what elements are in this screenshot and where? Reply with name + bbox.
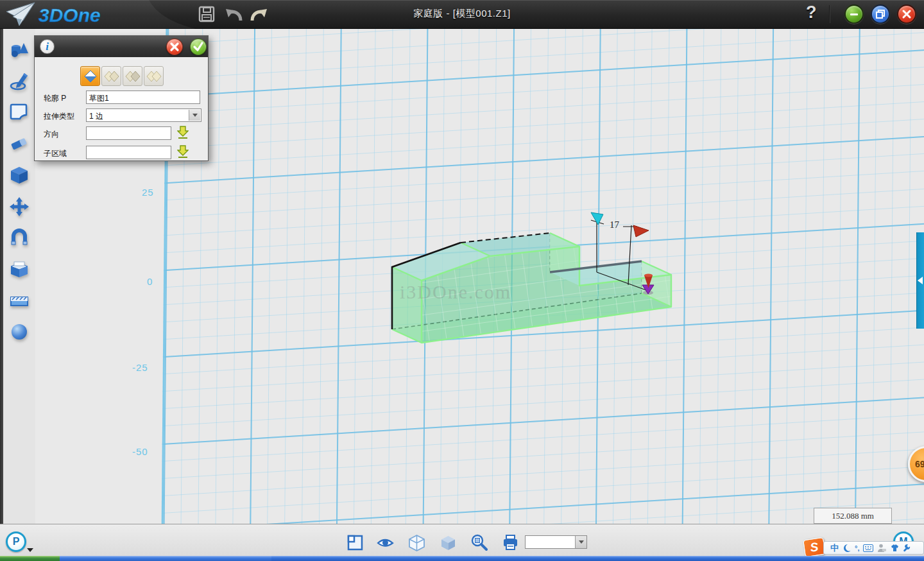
window-title: 家庭版 - [模型001.Z1] xyxy=(413,8,510,20)
taskbar-edge-strip xyxy=(0,556,924,561)
subregion-pick-button[interactable] xyxy=(177,144,189,159)
restore-icon xyxy=(875,9,886,19)
measurement-value: 152.088 mm xyxy=(832,511,874,521)
extrude-mode-tab-2[interactable] xyxy=(101,66,121,86)
cancel-x-icon xyxy=(169,42,180,52)
extrude-type-label: 拉伸类型 xyxy=(44,111,74,122)
tshirt-icon xyxy=(890,544,900,552)
person-icon xyxy=(877,544,886,552)
dimension-flag-red[interactable] xyxy=(633,225,649,237)
notification-count: 69 xyxy=(915,459,924,469)
ime-account-button[interactable] xyxy=(877,544,886,552)
plane-mode-letter: P xyxy=(13,536,20,547)
view-select[interactable] xyxy=(525,535,587,549)
ime-fullwidth-toggle[interactable] xyxy=(843,544,851,552)
extrude-mode-tab-3[interactable] xyxy=(123,66,142,86)
minimize-icon xyxy=(849,9,859,19)
chevron-down-icon xyxy=(193,114,198,117)
shaded-display-button[interactable] xyxy=(440,534,457,551)
profile-value: 草图1 xyxy=(89,94,109,103)
ime-settings-button[interactable] xyxy=(903,544,912,552)
taskbar-start-segment xyxy=(0,556,60,561)
profile-input[interactable]: 草图1 xyxy=(86,91,200,104)
status-bar: P M S xyxy=(0,524,924,556)
plane-mode-badge[interactable]: P xyxy=(6,531,26,552)
sidebar-edge xyxy=(0,29,3,524)
diamond-icon xyxy=(83,69,98,83)
move-tool[interactable] xyxy=(9,196,30,217)
close-button[interactable] xyxy=(897,4,916,24)
section-tool[interactable] xyxy=(9,291,30,311)
extrude-type-value: 1 边 xyxy=(89,112,103,121)
special-shape-tool[interactable] xyxy=(9,259,30,280)
zoom-button[interactable] xyxy=(470,534,488,551)
double-diamond-icon xyxy=(146,70,162,83)
title-bar: 3DOne 家庭版 - [模型001.Z1] ? xyxy=(0,0,924,29)
select-dropdown-button[interactable] xyxy=(189,110,200,121)
ime-skin-button[interactable] xyxy=(890,544,900,552)
info-icon[interactable]: i xyxy=(40,39,55,54)
plane-mode-caret[interactable] xyxy=(26,548,34,553)
ime-keyboard-button[interactable] xyxy=(863,544,873,552)
keyboard-icon xyxy=(863,544,873,552)
print-button[interactable] xyxy=(502,534,519,551)
undo-button[interactable] xyxy=(225,5,243,23)
app-logo: 3DOne xyxy=(5,1,127,28)
panel-expand-arrow-icon xyxy=(918,277,923,284)
wrench-icon xyxy=(903,544,912,552)
paper-plane-icon xyxy=(6,3,35,26)
sketch-tool[interactable] xyxy=(9,71,30,91)
close-icon xyxy=(902,9,912,19)
taskbar-segment xyxy=(271,556,924,561)
extrude-type-select[interactable]: 1 边 xyxy=(86,108,201,122)
restore-button[interactable] xyxy=(871,4,890,24)
solid-tool[interactable] xyxy=(9,165,30,186)
profile-label: 轮廓 P xyxy=(44,93,66,104)
material-sphere-tool[interactable] xyxy=(9,322,30,342)
minimize-button[interactable] xyxy=(844,4,864,24)
direction-label: 方向 xyxy=(44,129,59,140)
watermark-text: i3DOne.com xyxy=(400,281,511,302)
dialog-confirm-button[interactable] xyxy=(190,39,207,55)
view-select-dropdown-button[interactable] xyxy=(575,536,586,548)
ime-mode-toggle[interactable]: 中 xyxy=(830,542,839,554)
subregion-input[interactable] xyxy=(86,146,171,159)
tool-sidebar xyxy=(0,29,35,524)
visibility-button[interactable] xyxy=(377,534,394,551)
sketch-plane-tool[interactable] xyxy=(9,101,30,122)
extrude-handle-cyan[interactable] xyxy=(591,212,603,225)
titlebar-divider xyxy=(829,5,830,23)
ime-bar: 中 °, xyxy=(823,541,924,555)
ime-logo[interactable]: S xyxy=(803,537,825,557)
save-button[interactable] xyxy=(198,5,216,23)
brand-text: 3DOne xyxy=(38,4,101,26)
extrude-mode-tab-1[interactable] xyxy=(80,66,100,86)
erase-tool[interactable] xyxy=(9,134,30,154)
ime-punctuation-toggle[interactable]: °, xyxy=(855,544,859,552)
extrude-mode-tab-4[interactable] xyxy=(144,66,164,86)
extrude-dialog: i 轮廓 P 草图1 拉伸类型 1 边 xyxy=(34,35,209,161)
taskbar-segment xyxy=(60,556,271,561)
chevron-down-icon xyxy=(579,540,584,544)
double-diamond-icon xyxy=(104,70,119,83)
dimension-value: 17 xyxy=(610,220,620,230)
ime-logo-letter: S xyxy=(809,540,819,555)
viewport-layout-button[interactable] xyxy=(346,534,364,551)
direction-pick-button[interactable] xyxy=(177,125,189,139)
double-diamond-icon xyxy=(125,70,141,83)
help-button[interactable]: ? xyxy=(806,3,817,22)
moon-icon xyxy=(843,544,851,552)
confirm-check-icon xyxy=(193,41,204,53)
dialog-header[interactable]: i xyxy=(35,36,208,57)
dialog-cancel-button[interactable] xyxy=(166,39,183,55)
measurement-readout: 152.088 mm xyxy=(814,508,892,524)
direction-input[interactable] xyxy=(86,126,171,140)
subregion-label: 子区域 xyxy=(44,148,67,159)
magnet-tool[interactable] xyxy=(9,228,30,248)
primitives-tool[interactable] xyxy=(9,40,30,60)
collapsed-panel-tab[interactable] xyxy=(916,232,924,329)
redo-button[interactable] xyxy=(250,5,268,23)
wireframe-display-button[interactable] xyxy=(408,534,425,551)
